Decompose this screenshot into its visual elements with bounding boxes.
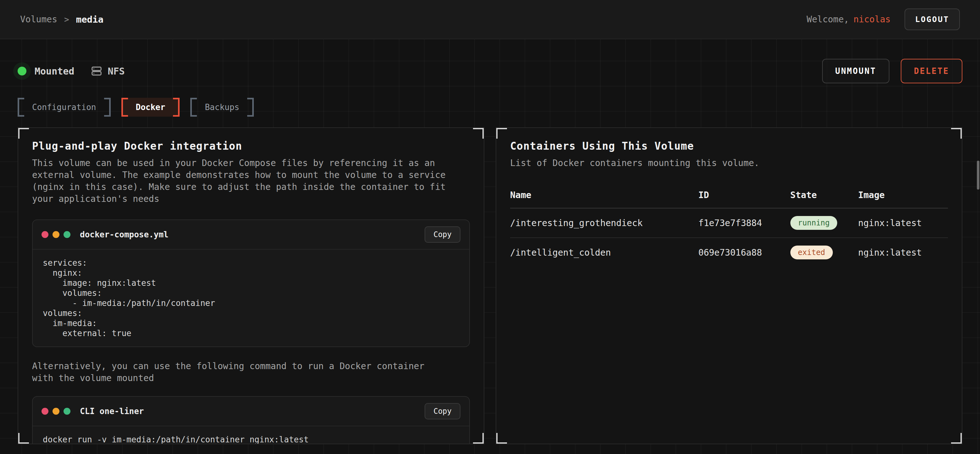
panels-row: Plug-and-play Docker integration This vo… [18,127,963,444]
username-text: nicolas [854,14,891,24]
tab-docker[interactable]: Docker [121,98,180,117]
table-row: /intelligent_colden 069e73016a88 exited … [510,238,948,267]
table-row: /interesting_grothendieck f1e73e7f3884 r… [510,208,948,238]
compose-code-block: docker-compose.yml Copy services: nginx:… [32,219,470,347]
panel-corner-bracket [473,127,484,139]
scrollbar-thumb[interactable] [977,161,979,190]
container-id: f1e73e7f3884 [698,208,790,238]
traffic-light-green-icon [64,408,70,415]
panel-corner-bracket [18,433,29,444]
volume-status-row: Mounted NFS UNMOUNT DELETE [18,39,963,83]
column-header-state: State [790,185,858,208]
cli-code-block: CLI one-liner Copy docker run -v im-medi… [32,396,470,444]
volume-type-label: NFS [108,66,124,77]
volume-actions: UNMOUNT DELETE [822,59,963,83]
container-state-badge: exited [790,246,833,259]
container-state-badge: running [790,216,837,230]
breadcrumb: Volumes > media [20,14,103,25]
mounted-status-dot-icon [18,67,26,75]
containers-table: Name ID State Image /interesting_grothen… [510,185,948,267]
traffic-light-amber-icon [52,231,59,238]
container-id: 069e73016a88 [698,238,790,267]
top-bar: Volumes > media Welcome, nicolas LOGOUT [0,0,980,39]
docker-integration-panel: Plug-and-play Docker integration This vo… [18,127,484,444]
containers-panel-subtitle: List of Docker containers mounting this … [510,157,928,169]
tab-bar: Configuration Docker Backups [18,98,963,117]
cli-copy-button[interactable]: Copy [425,403,460,419]
column-header-image: Image [858,185,948,208]
container-image: nginx:latest [858,208,948,238]
traffic-lights [41,408,70,415]
containers-panel: Containers Using This Volume List of Doc… [496,127,963,444]
logout-button[interactable]: LOGOUT [905,8,960,30]
traffic-light-green-icon [64,231,70,238]
tab-backups[interactable]: Backups [190,98,254,117]
compose-filename: docker-compose.yml [80,230,169,239]
containers-panel-title: Containers Using This Volume [510,140,948,152]
delete-button[interactable]: DELETE [901,59,963,83]
panel-corner-bracket [951,127,963,139]
breadcrumb-current-page: media [76,14,103,25]
container-image: nginx:latest [858,238,948,267]
compose-copy-button[interactable]: Copy [425,226,460,243]
unmount-button[interactable]: UNMOUNT [822,59,890,83]
cli-code-content: docker run -v im-media:/path/in/containe… [33,426,469,444]
column-header-id: ID [698,185,790,208]
docker-panel-description: This volume can be used in your Docker C… [32,157,450,205]
compose-code-content: services: nginx: image: nginx:latest vol… [33,250,469,346]
panel-corner-bracket [951,433,963,444]
breadcrumb-separator-icon: > [64,15,69,24]
traffic-light-red-icon [41,231,48,238]
docker-panel-title: Plug-and-play Docker integration [32,140,470,152]
traffic-lights [41,231,70,238]
container-name: /interesting_grothendieck [510,208,698,238]
panel-corner-bracket [496,433,507,444]
traffic-light-red-icon [41,408,48,415]
welcome-text: Welcome, [807,14,849,24]
main-content: Mounted NFS UNMOUNT DELETE Configuration… [0,39,980,454]
panel-corner-bracket [496,127,507,139]
breadcrumb-volumes-link[interactable]: Volumes [20,14,57,24]
panel-corner-bracket [473,433,484,444]
column-header-name: Name [510,185,698,208]
cli-filename: CLI one-liner [80,406,144,416]
traffic-light-amber-icon [52,408,59,415]
topbar-right: Welcome, nicolas LOGOUT [807,8,960,30]
cli-code-header: CLI one-liner Copy [33,397,469,426]
container-name: /intelligent_colden [510,238,698,267]
containers-table-header-row: Name ID State Image [510,185,948,208]
mounted-status-label: Mounted [35,66,74,77]
cli-intro-text: Alternatively, you can use the following… [32,360,450,384]
panel-corner-bracket [18,127,29,139]
server-stack-icon [91,65,103,77]
compose-code-header: docker-compose.yml Copy [33,220,469,250]
tab-configuration[interactable]: Configuration [18,98,111,117]
